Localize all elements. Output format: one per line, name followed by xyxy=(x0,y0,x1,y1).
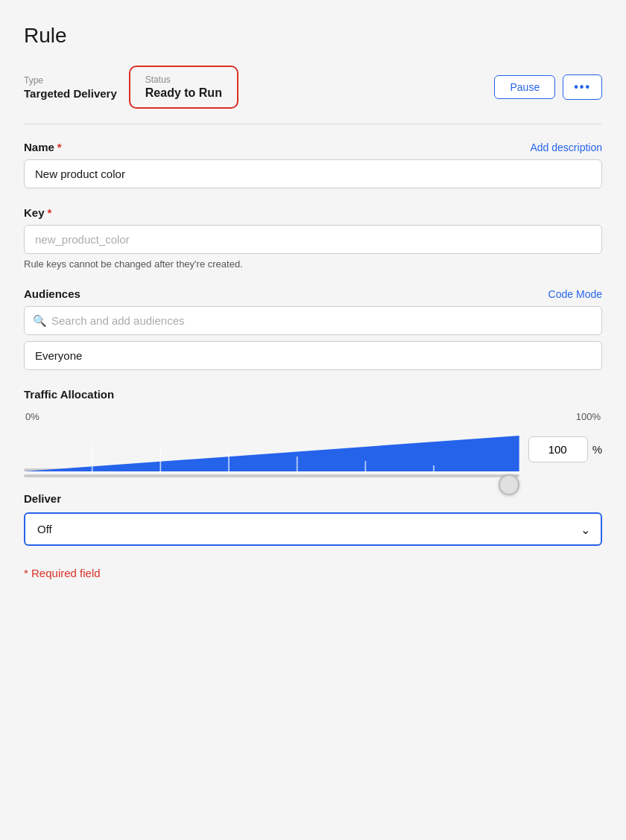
traffic-max-label: 100% xyxy=(576,411,601,422)
deliver-select[interactable]: Off On Scheduled xyxy=(24,512,602,546)
traffic-allocation-title: Traffic Allocation xyxy=(24,388,602,401)
required-field-text: Required field xyxy=(31,567,101,579)
code-mode-link[interactable]: Code Mode xyxy=(548,288,602,300)
deliver-title: Deliver xyxy=(24,492,602,505)
key-required-star: * xyxy=(48,206,52,219)
key-field-header: Key * xyxy=(24,206,602,219)
name-input[interactable] xyxy=(24,159,602,188)
status-value: Ready to Run xyxy=(145,86,222,100)
more-options-button[interactable]: ••• xyxy=(563,74,602,100)
deliver-section: Deliver Off On Scheduled ⌄ xyxy=(24,492,602,546)
status-label: Status xyxy=(145,74,222,85)
audiences-field-header: Audiences Code Mode xyxy=(24,287,602,300)
audiences-search-wrapper: 🔍 xyxy=(24,306,602,335)
key-helper-text: Rule keys cannot be changed after they'r… xyxy=(24,258,602,270)
add-description-link[interactable]: Add description xyxy=(530,141,602,153)
traffic-slider[interactable] xyxy=(24,474,519,477)
deliver-select-wrapper: Off On Scheduled ⌄ xyxy=(24,512,602,546)
status-block: Status Ready to Run xyxy=(129,66,238,109)
header-row: Type Targeted Delivery Status Ready to R… xyxy=(24,66,602,109)
traffic-chart xyxy=(24,436,519,471)
traffic-min-label: 0% xyxy=(25,411,39,422)
key-input[interactable] xyxy=(24,225,602,254)
page-title: Rule xyxy=(24,24,602,48)
required-field-star: * xyxy=(24,567,28,579)
type-label: Type xyxy=(24,75,117,86)
slider-visual-wrapper xyxy=(24,427,519,471)
required-field-note: * Required field xyxy=(24,567,602,579)
slider-track-area xyxy=(24,436,519,471)
audiences-label: Audiences xyxy=(24,287,80,300)
key-label: Key * xyxy=(24,206,51,219)
traffic-allocation-section: Traffic Allocation 0% 100% xyxy=(24,388,602,471)
header-right: Pause ••• xyxy=(494,74,602,100)
header-divider xyxy=(24,124,602,124)
type-value: Targeted Delivery xyxy=(24,87,117,100)
svg-marker-1 xyxy=(24,436,519,471)
pause-button[interactable]: Pause xyxy=(494,75,555,99)
traffic-number-input[interactable] xyxy=(528,436,588,462)
key-section: Key * Rule keys cannot be changed after … xyxy=(24,206,602,270)
traffic-percent-symbol: % xyxy=(592,443,602,456)
audiences-search-input[interactable] xyxy=(24,306,602,335)
traffic-input-group: % xyxy=(528,436,602,462)
header-left: Type Targeted Delivery Status Ready to R… xyxy=(24,66,238,109)
audiences-section: Audiences Code Mode 🔍 Everyone xyxy=(24,287,602,370)
name-required-star: * xyxy=(57,141,62,153)
type-block: Type Targeted Delivery xyxy=(24,75,117,100)
name-section: Name * Add description xyxy=(24,141,602,188)
search-icon: 🔍 xyxy=(33,314,47,328)
name-field-header: Name * Add description xyxy=(24,141,602,153)
name-label: Name * xyxy=(24,141,62,153)
traffic-percentage-labels: 0% 100% xyxy=(24,411,602,422)
audience-everyone-tag[interactable]: Everyone xyxy=(24,341,602,370)
slider-container: % xyxy=(24,427,602,471)
